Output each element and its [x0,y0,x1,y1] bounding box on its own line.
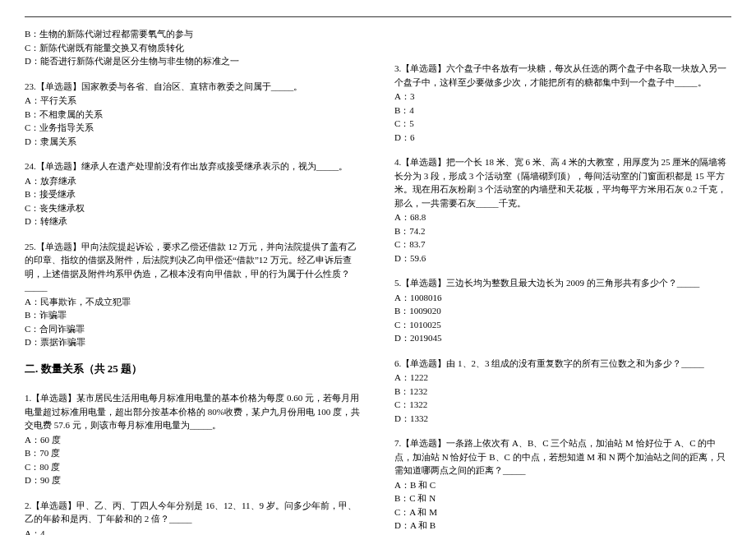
s2q2-opt-a: A：4 [25,527,362,536]
q25-opt-b: B：诈骗罪 [25,308,362,322]
q23-opt-d: D：隶属关系 [25,135,362,149]
q24: 24.【单选题】继承人在遗产处理前没有作出放弃或接受继承表示的，视为_____。… [25,159,362,228]
s2q6-stem: 6.【单选题】由 1、2、3 组成的没有重复数字的所有三位数之和为多少？____… [394,357,731,371]
q22-opt-c: C：新陈代谢既有能量交换又有物质转化 [25,41,362,55]
s2q2: 2.【单选题】甲、乙、丙、丁四人今年分别是 16、12、11、9 岁。问多少年前… [25,499,362,536]
s2q7: 7.【单选题】一条路上依次有 A、B、C 三个站点，加油站 M 恰好位于 A、C… [394,436,731,533]
s2q3: 3.【单选题】六个盘子中各放有一块糖，每次从任选的两个盘子中各取一块放入另一个盘… [394,62,731,144]
s2q7-opt-a: A：B 和 C [394,478,731,492]
s2q1: 1.【单选题】某市居民生活用电每月标准用电量的基本价格为每度 0.60 元，若每… [25,391,362,487]
q24-opt-b: B：接受继承 [25,187,362,201]
q23-opt-b: B：不相隶属的关系 [25,108,362,122]
right-top-spacer [394,27,731,62]
s2q4-opt-b: B：74.2 [394,224,731,238]
s2q1-opt-a: A：60 度 [25,433,362,447]
s2q4-opt-c: C：83.7 [394,238,731,251]
q24-stem: 24.【单选题】继承人在遗产处理前没有作出放弃或接受继承表示的，视为_____。 [25,159,362,173]
q25-stem: 25.【单选题】甲向法院提起诉讼，要求乙偿还借款 12 万元，并向法院提供了盖有… [25,240,362,294]
s2q5-opt-a: A：1008016 [394,291,731,305]
s2q1-stem: 1.【单选题】某市居民生活用电每月标准用电量的基本价格为每度 0.60 元，若每… [25,391,362,432]
s2q3-stem: 3.【单选题】六个盘子中各放有一块糖，每次从任选的两个盘子中各取一块放入另一个盘… [394,62,731,89]
s2q7-opt-b: B：C 和 N [394,491,731,505]
q25: 25.【单选题】甲向法院提起诉讼，要求乙偿还借款 12 万元，并向法院提供了盖有… [25,240,362,349]
section-2-title: 二. 数量关系（共 25 题） [25,361,362,377]
q25-opt-c: C：合同诈骗罪 [25,322,362,336]
s2q1-opt-d: D：90 度 [25,473,362,487]
left-column: B：生物的新陈代谢过程都需要氧气的参与 C：新陈代谢既有能量交换又有物质转化 D… [25,27,362,535]
s2q5: 5.【单选题】三边长均为整数且最大边长为 2009 的三角形共有多少个？____… [394,276,731,345]
s2q3-opt-a: A：3 [394,90,731,104]
s2q6-opt-b: B：1232 [394,385,731,399]
q25-opt-d: D：票据诈骗罪 [25,335,362,349]
s2q4-stem: 4.【单选题】把一个长 18 米、宽 6 米、高 4 米的大教室，用厚度为 25… [394,155,731,210]
s2q5-opt-b: B：1009020 [394,304,731,318]
q22-opt-b: B：生物的新陈代谢过程都需要氧气的参与 [25,27,362,41]
q23: 23.【单选题】国家教委与各省、自治区、直辖市教委之间属于_____。 A：平行… [25,80,362,149]
s2q6-opt-c: C：1322 [394,398,731,412]
q22-partial: B：生物的新陈代谢过程都需要氧气的参与 C：新陈代谢既有能量交换又有物质转化 D… [25,27,362,68]
s2q6-opt-d: D：1332 [394,412,731,426]
s2q5-stem: 5.【单选题】三边长均为整数且最大边长为 2009 的三角形共有多少个？____… [394,276,731,290]
s2q1-opt-b: B：70 度 [25,446,362,460]
s2q6: 6.【单选题】由 1、2、3 组成的没有重复数字的所有三位数之和为多少？____… [394,357,731,426]
q23-opt-c: C：业务指导关系 [25,121,362,135]
s2q3-opt-c: C：5 [394,117,731,131]
s2q4-opt-d: D：59.6 [394,251,731,265]
s2q5-opt-d: D：2019045 [394,331,731,345]
s2q3-opt-b: B：4 [394,104,731,118]
two-column-layout: B：生物的新陈代谢过程都需要氧气的参与 C：新陈代谢既有能量交换又有物质转化 D… [25,27,731,535]
s2q3-opt-d: D：6 [394,131,731,145]
s2q6-opt-a: A：1222 [394,371,731,385]
top-rule [25,16,731,17]
s2q7-opt-c: C：A 和 M [394,505,731,519]
right-column: 3.【单选题】六个盘子中各放有一块糖，每次从任选的两个盘子中各取一块放入另一个盘… [394,27,731,535]
q25-opt-a: A：民事欺诈，不成立犯罪 [25,295,362,309]
q23-stem: 23.【单选题】国家教委与各省、自治区、直辖市教委之间属于_____。 [25,80,362,94]
s2q7-opt-d: D：A 和 B [394,519,731,533]
s2q4: 4.【单选题】把一个长 18 米、宽 6 米、高 4 米的大教室，用厚度为 25… [394,155,731,265]
s2q1-opt-c: C：80 度 [25,460,362,474]
s2q2-stem: 2.【单选题】甲、乙、丙、丁四人今年分别是 16、12、11、9 岁。问多少年前… [25,499,362,526]
s2q5-opt-c: C：1010025 [394,318,731,332]
q24-opt-a: A：放弃继承 [25,174,362,188]
s2q7-stem: 7.【单选题】一条路上依次有 A、B、C 三个站点，加油站 M 恰好位于 A、C… [394,436,731,477]
q22-opt-d: D：能否进行新陈代谢是区分生物与非生物的标准之一 [25,54,362,68]
s2q4-opt-a: A：68.8 [394,210,731,224]
q24-opt-c: C：丧失继承权 [25,201,362,215]
q23-opt-a: A：平行关系 [25,94,362,108]
q24-opt-d: D：转继承 [25,214,362,228]
